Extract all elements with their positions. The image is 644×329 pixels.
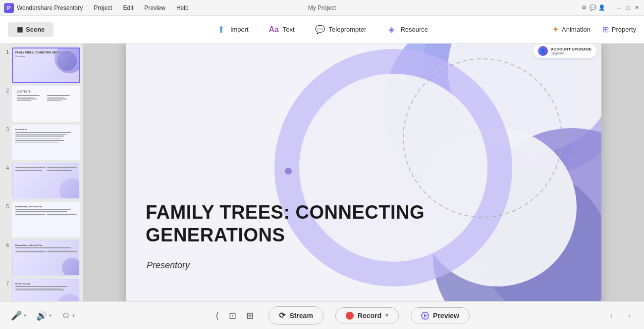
slide-thumb-4[interactable]: [12, 163, 80, 199]
toolbar-center: ⬆ Import Aa Text 💬 Teleprompter ◈ Resour…: [214, 21, 430, 38]
main-content: 1 FAMILY TREES: CONNECTING GENERATIONS P…: [0, 44, 644, 301]
preview-button[interactable]: Preview: [411, 307, 470, 324]
scene-icon: ▦: [17, 26, 23, 33]
stream-label: Stream: [289, 312, 313, 320]
teleprompter-icon: 💬: [315, 24, 325, 35]
record-icon: [346, 312, 354, 320]
slide-next-icon[interactable]: ⊞: [243, 308, 257, 323]
slide-thumb-7[interactable]: Genetic Testing: [12, 279, 80, 301]
app-logo: P Wondershare Presentory: [4, 3, 83, 13]
account-info: ACCOUNT UPGRADE Upgrade: [551, 47, 591, 55]
menu-edit[interactable]: Edit: [118, 3, 139, 13]
menu-project[interactable]: Project: [89, 3, 117, 13]
scene-label: Scene: [26, 26, 45, 33]
window-title: My Project: [308, 4, 336, 11]
slide-item-7[interactable]: 7 Genetic Testing: [3, 279, 80, 301]
slide-item-5[interactable]: 5 Researching the Family Tree: [3, 202, 80, 237]
slide-number-7: 7: [3, 279, 9, 286]
record-button[interactable]: Record ▾: [335, 307, 399, 324]
slide-thumb-3[interactable]: Introduction: [12, 125, 80, 160]
record-label: Record: [358, 312, 381, 320]
minimize-button[interactable]: ─: [615, 4, 622, 11]
mic-icon: 🎤: [11, 310, 22, 321]
slide-title: FAMILY TREES: CONNECTING GENERATIONS: [146, 201, 522, 246]
teleprompter-label: Teleprompter: [329, 26, 367, 33]
title-bar-left: P Wondershare Presentory Project Edit Pr…: [4, 3, 194, 13]
menu-preview[interactable]: Preview: [139, 3, 170, 13]
settings-icon[interactable]: ⚙: [581, 4, 588, 11]
bottom-center: ⟨ ⊡ ⊞ ⟳ Stream Record ▾ Preview: [213, 306, 470, 325]
slide-item-4[interactable]: 4: [3, 163, 80, 199]
toolbar-resource[interactable]: ◈ Resource: [384, 21, 430, 38]
resource-icon: ◈: [386, 24, 397, 35]
slide-thumb-2[interactable]: CONTENTS: [12, 86, 80, 122]
bottom-left: 🎤 ▾ 🔊 ▾ ☺ ▾: [8, 308, 78, 323]
slide-number-1: 1: [3, 47, 9, 55]
play-triangle: [424, 314, 427, 318]
bottom-bar: 🎤 ▾ 🔊 ▾ ☺ ▾ ⟨ ⊡ ⊞ ⟳ Stream Record ▾: [0, 301, 644, 329]
slide-controls: ⟨ ⊡ ⊞: [213, 308, 257, 323]
stream-icon: ⟳: [279, 311, 285, 320]
slide-thumb-5[interactable]: Researching the Family Tree: [12, 202, 80, 237]
account-sublabel: Upgrade: [551, 51, 591, 55]
slide-item-3[interactable]: 3 Introduction: [3, 125, 80, 160]
mic-button[interactable]: 🎤 ▾: [8, 308, 29, 323]
slide-prev-icon[interactable]: ⟨: [213, 308, 222, 323]
menu-help[interactable]: Help: [171, 3, 194, 13]
slide-item-1[interactable]: 1 FAMILY TREES: CONNECTING GENERATIONS P…: [3, 47, 80, 83]
slide-number-5: 5: [3, 202, 9, 209]
animation-icon: ✦: [552, 25, 559, 34]
slide-panel[interactable]: 1 FAMILY TREES: CONNECTING GENERATIONS P…: [0, 44, 83, 301]
volume-chevron: ▾: [49, 313, 52, 318]
toolbar: ▦ Scene ⬆ Import Aa Text 💬 Teleprompter …: [0, 16, 644, 44]
slide-number-3: 3: [3, 125, 9, 132]
toolbar-text[interactable]: Aa Text: [267, 21, 297, 38]
slide-thumb-6[interactable]: Researching the Family Tree: [12, 240, 80, 276]
maximize-button[interactable]: □: [624, 4, 631, 11]
stream-button[interactable]: ⟳ Stream: [268, 306, 323, 325]
property-icon: ⊞: [602, 25, 609, 34]
nav-next-button[interactable]: ›: [622, 309, 636, 323]
toolbar-import[interactable]: ⬆ Import: [214, 21, 251, 38]
text-label: Text: [283, 26, 295, 33]
animation-label: Animation: [562, 26, 590, 33]
text-icon: Aa: [268, 24, 279, 35]
toolbar-teleprompter[interactable]: 💬 Teleprompter: [313, 21, 369, 38]
app-name: Wondershare Presentory: [17, 4, 83, 11]
slide-number-2: 2: [3, 86, 9, 94]
chat-icon[interactable]: 💬: [590, 4, 596, 11]
slide-panel-icon[interactable]: ⊡: [226, 308, 239, 323]
account-icon[interactable]: 👤: [598, 4, 605, 11]
emoji-button[interactable]: ☺ ▾: [58, 308, 78, 323]
slide-item-6[interactable]: 6 Researching the Family Tree: [3, 240, 80, 276]
bottom-right: ‹ ›: [604, 309, 636, 323]
close-button[interactable]: ✕: [633, 4, 640, 11]
record-chevron: ▾: [385, 312, 388, 319]
slide-subtitle: Presentory: [147, 260, 190, 271]
preview-label: Preview: [433, 312, 459, 320]
title-bar: P Wondershare Presentory Project Edit Pr…: [0, 0, 644, 16]
title-bar-right: ⚙ 💬 👤 ─ □ ✕: [581, 4, 640, 11]
emoji-chevron: ▾: [72, 313, 75, 318]
mic-chevron: ▾: [24, 313, 26, 318]
slide-thumb-1[interactable]: FAMILY TREES: CONNECTING GENERATIONS Pre…: [12, 47, 80, 83]
nav-prev-button[interactable]: ‹: [604, 309, 618, 323]
logo-icon: P: [4, 3, 14, 13]
account-upgrade-label: ACCOUNT UPGRADE: [551, 47, 591, 51]
slide-number-6: 6: [3, 240, 9, 248]
canvas-area: FAMILY TREES: CONNECTING GENERATIONS Pre…: [83, 44, 644, 301]
account-badge[interactable]: 👤 ACCOUNT UPGRADE Upgrade: [533, 44, 596, 58]
account-avatar: 👤: [538, 46, 548, 56]
slide-item-2[interactable]: 2 CONTENTS: [3, 86, 80, 122]
scene-button[interactable]: ▦ Scene: [8, 22, 54, 37]
property-label: Property: [612, 26, 636, 33]
menu-bar: Project Edit Preview Help: [89, 3, 193, 13]
property-button[interactable]: ⊞ Property: [602, 25, 636, 34]
emoji-icon: ☺: [61, 310, 70, 321]
volume-button[interactable]: 🔊 ▾: [33, 308, 54, 323]
toolbar-right: ✦ Animation ⊞ Property: [552, 25, 636, 34]
animation-button[interactable]: ✦ Animation: [552, 25, 590, 34]
resource-label: Resource: [400, 26, 428, 33]
preview-icon: [421, 312, 429, 320]
toolbar-left: ▦ Scene: [8, 22, 54, 37]
